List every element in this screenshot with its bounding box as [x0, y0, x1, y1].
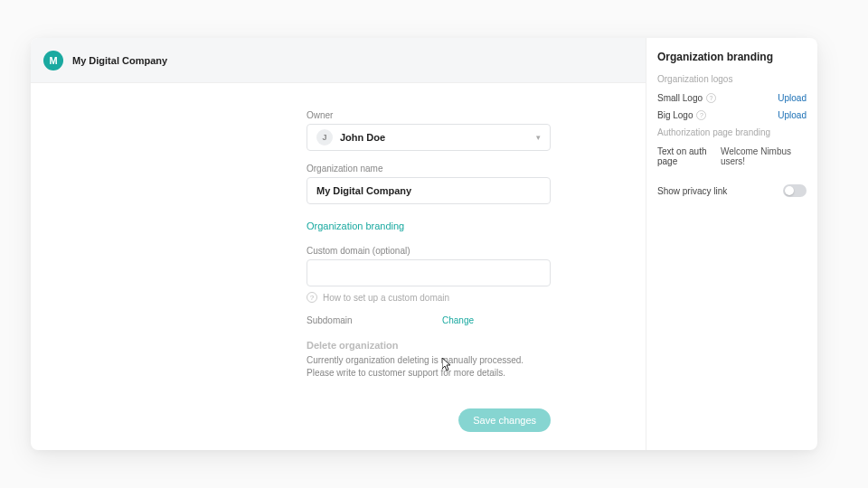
content-area: Owner J John Doe ▾ Organization name Org…: [31, 83, 646, 450]
auth-text-row: Text on auth page Welcome Nimbus users!: [657, 146, 807, 166]
delete-org-section: Delete organization Currently organizati…: [307, 340, 551, 380]
delete-org-text-line2: Please write to customer support for mor…: [307, 367, 551, 380]
small-logo-upload-link[interactable]: Upload: [778, 93, 807, 103]
auth-subheading: Authorization page branding: [657, 127, 807, 137]
org-title: My Digital Company: [72, 55, 167, 66]
header-bar: M My Digital Company: [31, 38, 646, 83]
auth-text-value[interactable]: Welcome Nimbus users!: [721, 146, 807, 166]
save-button-wrap: Save changes: [307, 408, 551, 432]
small-logo-label-text: Small Logo: [657, 93, 703, 103]
subdomain-field-group: Subdomain Change: [307, 315, 551, 325]
save-button[interactable]: Save changes: [458, 408, 551, 432]
custom-domain-help-row[interactable]: ? How to set up a custom domain: [307, 292, 551, 303]
app-window: M My Digital Company Owner J John Doe ▾ …: [31, 38, 817, 450]
org-name-field-group: Organization name: [307, 164, 551, 204]
branding-link-row: Organization branding: [307, 217, 551, 233]
owner-avatar: J: [316, 129, 333, 145]
big-logo-label-text: Big Logo: [657, 110, 693, 120]
chevron-down-icon: ▾: [536, 133, 541, 142]
logos-subheading: Organization logos: [657, 74, 807, 84]
question-icon[interactable]: ?: [706, 93, 716, 103]
custom-domain-input[interactable]: [316, 267, 541, 278]
big-logo-row: Big Logo ? Upload: [657, 110, 807, 120]
owner-field-group: Owner J John Doe ▾: [307, 110, 551, 151]
settings-form: Owner J John Doe ▾ Organization name Org…: [307, 110, 551, 432]
privacy-toggle-row: Show privacy link: [657, 184, 807, 197]
big-logo-label: Big Logo ?: [657, 110, 706, 120]
auth-text-label: Text on auth page: [657, 146, 721, 166]
org-avatar: M: [43, 51, 63, 70]
side-panel-title: Organization branding: [657, 51, 807, 63]
branding-link[interactable]: Organization branding: [307, 221, 404, 231]
delete-org-text-line1: Currently organization deleting is manua…: [307, 354, 551, 367]
org-name-input-wrap: [307, 177, 551, 204]
small-logo-row: Small Logo ? Upload: [657, 93, 807, 103]
owner-label: Owner: [307, 110, 551, 120]
privacy-toggle[interactable]: [783, 184, 807, 197]
privacy-toggle-label: Show privacy link: [657, 186, 727, 196]
owner-select[interactable]: J John Doe ▾: [307, 124, 551, 151]
change-subdomain-link[interactable]: Change: [442, 315, 474, 325]
org-name-input[interactable]: [316, 185, 541, 196]
small-logo-label: Small Logo ?: [657, 93, 716, 103]
side-panel: Organization branding Organization logos…: [646, 38, 817, 450]
delete-org-heading: Delete organization: [307, 340, 551, 351]
org-name-label: Organization name: [307, 164, 551, 174]
main-panel: M My Digital Company Owner J John Doe ▾ …: [31, 38, 646, 450]
owner-name: John Doe: [340, 132, 385, 143]
custom-domain-field-group: Custom domain (optional) ? How to set up…: [307, 246, 551, 303]
big-logo-upload-link[interactable]: Upload: [778, 110, 807, 120]
question-icon: ?: [307, 292, 317, 303]
question-icon[interactable]: ?: [696, 110, 706, 120]
subdomain-label: Subdomain: [307, 315, 353, 325]
custom-domain-input-wrap: [307, 259, 551, 286]
custom-domain-help-text: How to set up a custom domain: [323, 293, 449, 303]
custom-domain-label: Custom domain (optional): [307, 246, 551, 256]
